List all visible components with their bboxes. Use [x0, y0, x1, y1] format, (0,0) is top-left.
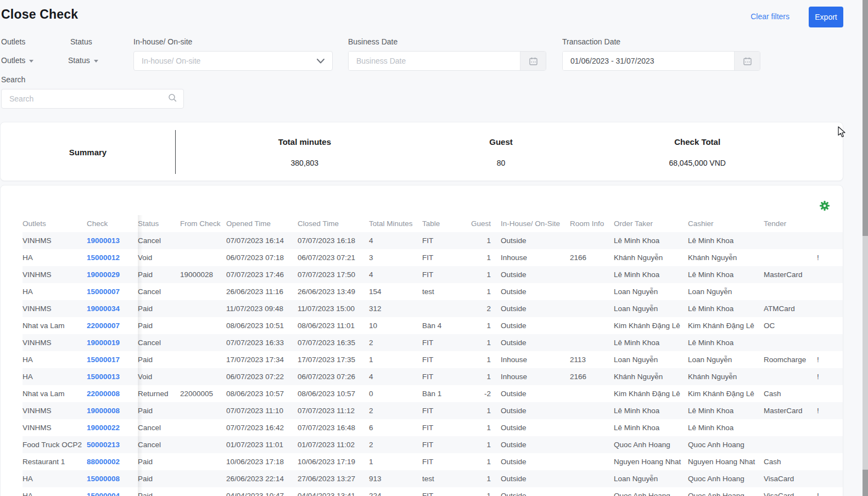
cell-check[interactable]: 15000007: [87, 283, 138, 300]
cell-in-house: Outside: [501, 385, 570, 402]
cell-overflow-fragment: !: [817, 368, 843, 385]
inhouse-select[interactable]: In-house/ On-site: [133, 51, 333, 71]
cell-opened-time: 10/06/2023 17:18: [226, 453, 298, 470]
calendar-icon[interactable]: [734, 52, 760, 70]
cell-check[interactable]: 19000019: [87, 334, 138, 351]
table-row: HA15000004Paid04/04/2023 10:4704/04/2023…: [23, 487, 843, 496]
col-room-info: Room Info: [570, 215, 614, 232]
cell-tender: [764, 436, 817, 453]
cell-cashier: Kim Khánh Đặng Lê: [688, 385, 764, 402]
cell-total-minutes: 1: [369, 453, 422, 470]
cell-tender: VisaCard: [764, 487, 817, 496]
calendar-icon[interactable]: [520, 52, 546, 70]
cell-status: Paid: [138, 402, 180, 419]
cell-order-taker: Lê Minh Khoa: [614, 402, 688, 419]
cell-status: Cancel: [138, 436, 180, 453]
summary-metric: Guest80: [403, 122, 600, 182]
cell-opened-time: 17/07/2023 17:34: [226, 351, 298, 368]
col-tender: Tender: [764, 215, 817, 232]
cell-check[interactable]: 15000004: [87, 487, 138, 496]
cell-total-minutes: 224: [369, 487, 422, 496]
outlets-filter-label: Outlets: [1, 37, 25, 46]
cell-opened-time: 04/04/2023 10:47: [226, 487, 298, 496]
cell-room-info: [570, 300, 614, 317]
table-header-row: OutletsCheckStatusFrom CheckOpened TimeC…: [23, 215, 843, 232]
cell-status: Cancel: [138, 283, 180, 300]
cell-order-taker: Lê Minh Khoa: [614, 232, 688, 249]
cell-status: Paid: [138, 487, 180, 496]
cell-status: Cancel: [138, 334, 180, 351]
cell-outlets: Nhat va Lam: [23, 385, 87, 402]
cell-guest: -2: [466, 385, 501, 402]
cell-room-info: [570, 419, 614, 436]
cell-status: Paid: [138, 266, 180, 283]
cell-status: Cancel: [138, 419, 180, 436]
cell-in-house: Inhouse: [501, 368, 570, 385]
cell-check[interactable]: 19000008: [87, 402, 138, 419]
cell-order-taker: Lê Minh Khoa: [614, 419, 688, 436]
cell-check[interactable]: 15000013: [87, 368, 138, 385]
cell-check[interactable]: 88000002: [87, 453, 138, 470]
cell-guest: 1: [466, 351, 501, 368]
cell-table: FIT: [422, 453, 466, 470]
cell-check[interactable]: 15000008: [87, 470, 138, 487]
col-table: Table: [422, 215, 466, 232]
summary-metrics: Total minutes380,803Guest80Check Total68…: [206, 122, 796, 182]
cell-overflow-fragment: [817, 232, 843, 249]
cell-room-info: 2113: [570, 351, 614, 368]
cell-check[interactable]: 50000213: [87, 436, 138, 453]
cell-in-house: Outside: [501, 402, 570, 419]
outlets-dropdown[interactable]: Outlets: [1, 56, 33, 65]
business-date-label: Business Date: [348, 37, 397, 46]
business-date-input[interactable]: Business Date: [348, 51, 546, 71]
cell-in-house: Outside: [501, 436, 570, 453]
cell-closed-time: 04/04/2023 13:41: [298, 487, 369, 496]
cell-check[interactable]: 22000007: [87, 317, 138, 334]
cell-closed-time: 01/07/2023 11:02: [298, 436, 369, 453]
scrollbar-thumb-bottom[interactable]: [863, 470, 868, 496]
cell-cashier: Loan Nguyễn: [688, 351, 764, 368]
transaction-date-input[interactable]: 01/06/2023 - 31/07/2023: [562, 51, 760, 71]
cell-order-taker: Loan Nguyễn: [614, 351, 688, 368]
search-icon[interactable]: [168, 93, 177, 104]
cell-from-check: [180, 300, 226, 317]
col-closed-time: Closed Time: [298, 215, 369, 232]
cell-tender: MasterCard: [764, 402, 817, 419]
cell-from-check: [180, 402, 226, 419]
cell-outlets: VINHMS: [23, 232, 87, 249]
export-button[interactable]: Export: [809, 7, 843, 27]
table-row: Restaurant 188000002Paid10/06/2023 17:18…: [23, 453, 843, 470]
cell-check[interactable]: 15000017: [87, 351, 138, 368]
col-check: Check: [87, 215, 138, 232]
cell-total-minutes: 154: [369, 283, 422, 300]
summary-metric-value: 380,803: [291, 159, 319, 167]
cell-check[interactable]: 19000029: [87, 266, 138, 283]
cell-tender: Cash: [764, 453, 817, 470]
cell-check[interactable]: 19000013: [87, 232, 138, 249]
cell-closed-time: 26/06/2023 13:49: [298, 283, 369, 300]
search-box: [1, 89, 184, 109]
cell-order-taker: Loan Nguyễn: [614, 300, 688, 317]
cell-check[interactable]: 15000012: [87, 249, 138, 266]
cell-total-minutes: 3: [369, 249, 422, 266]
cell-from-check: [180, 470, 226, 487]
clear-filters-link[interactable]: Clear filters: [751, 12, 789, 21]
scrollbar-thumb[interactable]: [863, 0, 868, 236]
cell-room-info: [570, 436, 614, 453]
cell-opened-time: 07/07/2023 11:10: [226, 402, 298, 419]
cell-in-house: Outside: [501, 317, 570, 334]
gear-icon[interactable]: [820, 201, 830, 211]
cell-check[interactable]: 19000022: [87, 419, 138, 436]
cell-order-taker: Kim Khánh Đặng Lê: [614, 385, 688, 402]
vertical-scrollbar[interactable]: [863, 0, 868, 496]
cell-opened-time: 11/07/2023 09:48: [226, 300, 298, 317]
cell-room-info: [570, 232, 614, 249]
cell-from-check: [180, 487, 226, 496]
search-input[interactable]: [8, 94, 168, 104]
cell-from-check: [180, 334, 226, 351]
cell-check[interactable]: 19000034: [87, 300, 138, 317]
cell-check[interactable]: 22000008: [87, 385, 138, 402]
summary-metric-value: 68,045,000 VND: [669, 159, 726, 167]
status-dropdown[interactable]: Status: [68, 56, 98, 65]
cell-total-minutes: 10: [369, 317, 422, 334]
